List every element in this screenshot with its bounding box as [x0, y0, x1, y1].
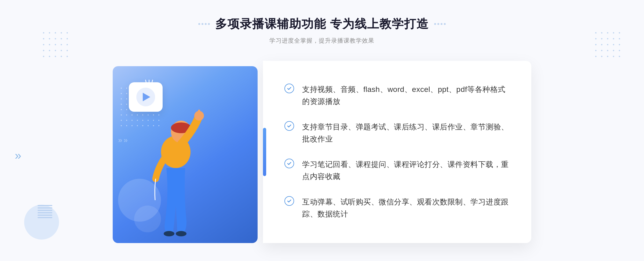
dot [601, 44, 602, 45]
dot [49, 38, 50, 39]
check-icon-2 [284, 121, 294, 131]
dot [613, 50, 614, 51]
illus-dot [121, 120, 122, 121]
illus-dot [121, 93, 122, 94]
title-dot [205, 23, 207, 25]
checkmark-svg [287, 123, 292, 129]
feature-text-3: 学习笔记回看、课程提问、课程评论打分、课件资料下载，重点内容收藏 [302, 159, 510, 183]
check-icon-1 [284, 84, 294, 93]
dot [601, 38, 602, 39]
check-icon-4 [284, 196, 294, 206]
illus-dot [126, 125, 127, 126]
dot [601, 32, 602, 33]
illus-dot [121, 88, 122, 89]
dot [595, 32, 597, 33]
dot [595, 56, 597, 57]
main-content: » » [113, 61, 531, 254]
stripe-2 [38, 207, 52, 208]
dot [619, 32, 620, 33]
illus-dot [121, 125, 122, 126]
illustration-card: » » [113, 66, 268, 248]
bottom-stripes-decoration [38, 205, 52, 218]
dot [67, 50, 68, 51]
dot [619, 38, 620, 39]
illus-dot [126, 98, 127, 99]
dot [613, 32, 614, 33]
dot [613, 38, 614, 39]
illus-dot [126, 114, 127, 115]
dot [61, 38, 62, 39]
feature-text-4: 互动弹幕、试听购买、微信分享、观看次数限制、学习进度跟踪、数据统计 [302, 196, 510, 220]
dot [601, 56, 602, 57]
person-figure [134, 93, 209, 248]
illus-dot [131, 120, 133, 121]
dot [607, 56, 608, 57]
stripe-4 [38, 212, 52, 213]
illus-dot [131, 125, 133, 126]
light-ray [145, 80, 147, 85]
light-ray [151, 80, 153, 85]
panel-accent-bar [263, 128, 266, 176]
dot [43, 44, 44, 45]
stripes-container [38, 205, 52, 218]
dot [601, 50, 602, 51]
title-dot [444, 23, 446, 25]
dot [595, 50, 597, 51]
feature-item-3: 学习笔记回看、课程提问、课程评论打分、课件资料下载，重点内容收藏 [284, 159, 510, 183]
dot [607, 50, 608, 51]
dot [613, 44, 614, 45]
illus-dot [126, 88, 127, 89]
dot [67, 44, 68, 45]
deco-dots-left [43, 32, 70, 59]
dot [55, 32, 56, 33]
svg-point-5 [164, 231, 174, 236]
deco-dots-right [595, 32, 623, 59]
person-illustration-svg [134, 93, 209, 248]
feature-text-1: 支持视频、音频、flash、word、excel、ppt、pdf等各种格式的资源… [302, 84, 510, 108]
light-rays [146, 80, 152, 86]
dot [49, 50, 50, 51]
illus-dot [131, 114, 133, 115]
dot [43, 50, 44, 51]
dot [607, 38, 608, 39]
content-panel: 支持视频、音频、flash、word、excel、ppt、pdf等各种格式的资源… [263, 61, 531, 243]
title-dot [198, 23, 200, 25]
stripe-5 [38, 215, 52, 216]
title-dot [441, 23, 442, 25]
page-title: 多项录播课辅助功能 专为线上教学打造 [215, 16, 429, 32]
illus-dot [121, 98, 122, 99]
dot [55, 50, 56, 51]
dot [55, 38, 56, 39]
dot [619, 56, 620, 57]
svg-rect-4 [198, 110, 200, 118]
page-subtitle: 学习进度全掌握，提升录播课教学效果 [198, 37, 446, 45]
left-arrow-decoration: » [15, 149, 21, 162]
dot [49, 32, 50, 33]
dot [595, 44, 597, 45]
chevron-decoration: » » [118, 136, 128, 144]
feature-item-1: 支持视频、音频、flash、word、excel、ppt、pdf等各种格式的资源… [284, 84, 510, 108]
illus-dot [121, 109, 122, 110]
stripe-1 [38, 205, 52, 206]
feature-item-2: 支持章节目录、弹题考试、课后练习、课后作业、章节测验、批改作业 [284, 121, 510, 145]
checkmark-svg [287, 161, 292, 166]
svg-point-6 [176, 231, 186, 236]
dot [49, 44, 50, 45]
checkmark-svg [287, 86, 292, 91]
feature-item-4: 互动弹幕、试听购买、微信分享、观看次数限制、学习进度跟踪、数据统计 [284, 196, 510, 220]
illus-dot [121, 104, 122, 105]
dot [613, 56, 614, 57]
illus-dot [126, 93, 127, 94]
dot [67, 32, 68, 33]
dot [67, 38, 68, 39]
checkmark-svg [287, 198, 292, 204]
title-dot [202, 23, 203, 25]
title-decoration-left [198, 23, 210, 25]
dot [43, 56, 44, 57]
dot [61, 32, 62, 33]
title-decoration-right [434, 23, 446, 25]
dot [43, 32, 44, 33]
dot [619, 44, 620, 45]
illus-dot [126, 120, 127, 121]
illus-dot [121, 114, 122, 115]
